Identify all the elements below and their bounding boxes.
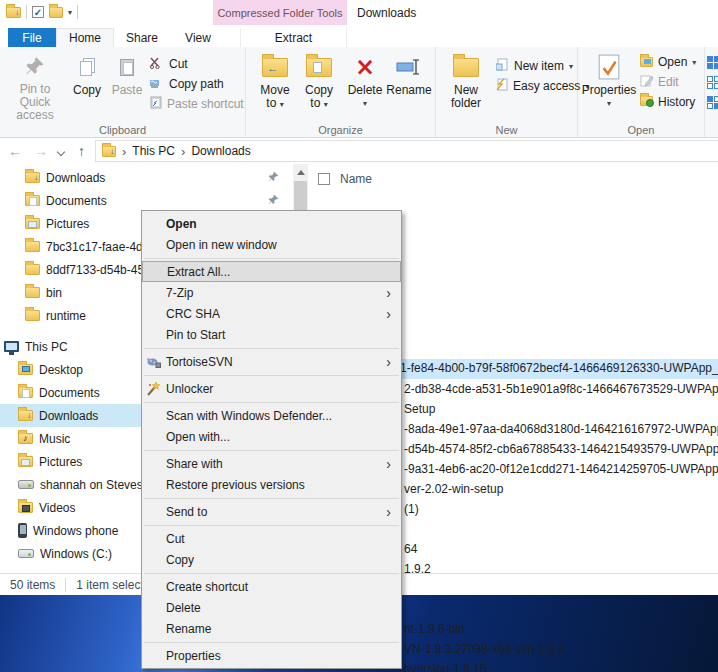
menu-item-delete[interactable]: Delete: [142, 597, 401, 618]
dropdown-caret-icon: ▾: [607, 97, 611, 110]
easy-access-icon: [496, 78, 508, 94]
paste-icon: [120, 50, 134, 84]
menu-item-unlocker[interactable]: Unlocker: [142, 378, 401, 399]
easy-access-button[interactable]: Easy access ▾: [496, 76, 589, 96]
breadcrumb-downloads[interactable]: Downloads: [191, 144, 250, 158]
menu-item-share-with[interactable]: Share with›: [142, 453, 401, 474]
menu-item-create-shortcut[interactable]: Create shortcut: [142, 576, 401, 597]
menu-item-send-to[interactable]: Send to›: [142, 501, 401, 522]
breadcrumb-separator-icon: ›: [122, 144, 126, 159]
tab-file[interactable]: File: [8, 28, 56, 47]
group-label-open: Open: [578, 124, 704, 136]
titlebar: ↓ ✓ ▾ Compressed Folder Tools Downloads: [0, 0, 718, 28]
back-button[interactable]: ←: [8, 143, 22, 159]
sidebar-item-documents-qa[interactable]: Documents: [0, 189, 293, 212]
menu-item-open-with[interactable]: Open with...: [142, 426, 401, 447]
history-icon: [640, 95, 653, 109]
group-label-new: New: [436, 124, 577, 136]
move-to-button[interactable]: ← Move to ▾: [254, 50, 296, 122]
new-folder-button[interactable]: New folder: [442, 50, 490, 122]
pin-icon: [268, 171, 279, 185]
breadcrumb-this-pc[interactable]: This PC: [132, 144, 175, 158]
menu-item-open-in-new-window[interactable]: Open in new window: [142, 234, 401, 255]
edit-icon: [640, 74, 653, 90]
submenu-arrow-icon: ›: [386, 456, 391, 472]
copy-button[interactable]: Copy: [68, 50, 106, 122]
menu-item-7zip[interactable]: 7-Zip›: [142, 282, 401, 303]
contextual-tab-group: Compressed Folder Tools: [213, 0, 347, 25]
pictures-folder-icon: [25, 218, 40, 229]
menu-separator: [144, 402, 399, 403]
edit-button[interactable]: Edit: [640, 72, 696, 92]
folder-icon: [25, 287, 40, 298]
name-column-header[interactable]: Name: [340, 172, 372, 186]
folder-icon[interactable]: [49, 7, 63, 18]
submenu-arrow-icon: ›: [386, 306, 391, 322]
folder-icon: [25, 241, 40, 252]
music-folder-icon: ♪: [18, 433, 33, 444]
select-all-checkbox[interactable]: [318, 173, 330, 185]
tab-extract[interactable]: Extract: [240, 28, 347, 47]
invert-selection-button[interactable]: Invert selection: [707, 92, 718, 112]
submenu-arrow-icon: ›: [386, 504, 391, 520]
forward-button[interactable]: →: [34, 143, 48, 159]
paste-shortcut-button[interactable]: Paste shortcut: [150, 94, 244, 114]
select-all-button[interactable]: Select all: [707, 52, 718, 72]
tab-view[interactable]: View: [170, 28, 226, 47]
menu-separator: [144, 573, 399, 574]
history-button[interactable]: History: [640, 92, 696, 112]
scroll-up-icon[interactable]: [293, 164, 308, 181]
unlocker-wand-icon: [146, 381, 161, 399]
copy-path-button[interactable]: Copy path: [150, 74, 244, 94]
toolbar-separator: [77, 5, 78, 19]
menu-item-cut[interactable]: Cut: [142, 528, 401, 549]
properties-button[interactable]: Properties ▾: [582, 50, 636, 122]
rename-button[interactable]: Rename: [386, 50, 432, 122]
folder-icon: [25, 310, 40, 321]
status-divider: [65, 578, 66, 592]
dropdown-caret-icon: ▾: [280, 100, 284, 109]
paste-button[interactable]: Paste: [108, 50, 146, 122]
delete-button[interactable]: × Delete ▾: [344, 50, 386, 122]
menu-item-rename[interactable]: Rename: [142, 618, 401, 639]
recent-locations-caret-icon[interactable]: [58, 144, 64, 158]
address-box[interactable]: ↓ › This PC › Downloads: [95, 140, 718, 162]
disk-drive-icon: [18, 549, 34, 558]
ribbon: Pin to Quick access Copy Paste Cut Copy …: [0, 47, 718, 138]
menu-item-copy[interactable]: Copy: [142, 549, 401, 570]
group-label-clipboard: Clipboard: [0, 124, 245, 136]
tab-home[interactable]: Home: [56, 28, 114, 47]
menu-item-open[interactable]: Open: [142, 213, 401, 234]
menu-item-crc-sha[interactable]: CRC SHA›: [142, 303, 401, 324]
menu-item-extract-all[interactable]: Extract All...: [142, 261, 401, 282]
phone-icon: [18, 523, 27, 538]
ribbon-group-new: New folder New item ▾ Easy access ▾ New: [436, 47, 578, 137]
menu-separator: [144, 375, 399, 376]
tab-share[interactable]: Share: [114, 28, 170, 47]
menu-item-properties[interactable]: Properties: [142, 645, 401, 666]
select-none-button[interactable]: Select none: [707, 72, 718, 92]
menu-separator: [144, 642, 399, 643]
up-button[interactable]: ↑: [78, 143, 85, 159]
cut-button[interactable]: Cut: [150, 54, 244, 74]
pin-to-quick-access-button[interactable]: Pin to Quick access: [4, 50, 66, 122]
open-button[interactable]: Open ▾: [640, 52, 696, 72]
address-bar: ← → ↑ ↓ › This PC › Downloads: [0, 138, 718, 164]
menu-item-pin-to-start[interactable]: Pin to Start: [142, 324, 401, 345]
copy-to-button[interactable]: Copy to ▾: [298, 50, 340, 122]
new-item-button[interactable]: New item ▾: [496, 56, 589, 76]
menu-separator: [144, 258, 399, 259]
menu-item-tortoisesvn[interactable]: TortoiseSVN›: [142, 351, 401, 372]
properties-check-icon[interactable]: ✓: [32, 6, 44, 18]
rename-icon: [396, 50, 422, 84]
documents-folder-icon: [25, 195, 40, 206]
window-title: Downloads: [357, 6, 416, 20]
sidebar-item-downloads-qa[interactable]: ↓ Downloads: [0, 166, 293, 189]
menu-item-restore-previous-versions[interactable]: Restore previous versions: [142, 474, 401, 495]
menu-item-scan-with-defender[interactable]: Scan with Windows Defender...: [142, 405, 401, 426]
network-drive-icon: [18, 480, 34, 489]
downloads-folder-icon[interactable]: ↓: [6, 7, 21, 18]
ribbon-group-select: Select all Select none Invert selection: [705, 47, 718, 137]
qat-dropdown-caret-icon[interactable]: ▾: [68, 8, 72, 17]
move-to-icon: ←: [262, 50, 288, 84]
